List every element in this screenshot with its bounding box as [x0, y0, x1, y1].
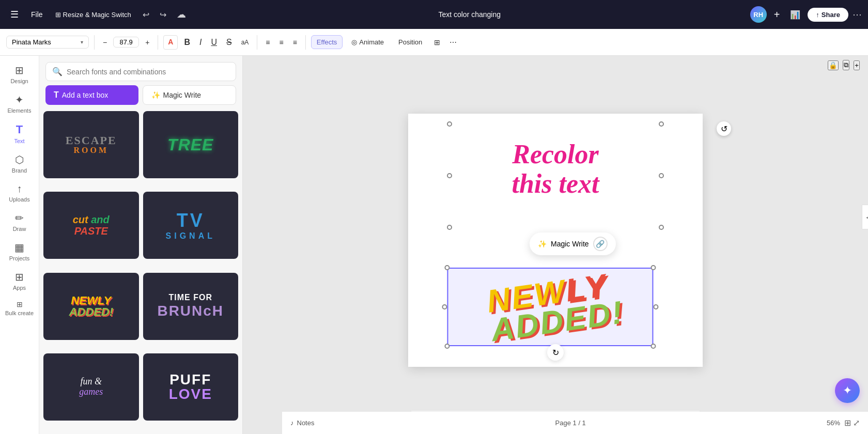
add-text-label: Add a text box	[62, 91, 109, 99]
newly-handle-br[interactable]	[651, 344, 656, 349]
font-card-tree[interactable]: TREE	[143, 111, 239, 178]
underline-button[interactable]: U	[208, 36, 220, 49]
selection-handle-tl[interactable]	[447, 121, 452, 127]
time-for-text: TIME FOR	[157, 292, 224, 302]
strikethrough-button[interactable]: S	[223, 36, 235, 49]
avatar-button[interactable]: RH	[750, 6, 767, 23]
notes-button[interactable]: ♪ Notes	[290, 419, 314, 427]
puff-text: PUFF	[169, 373, 212, 387]
selection-handle-bl[interactable]	[447, 225, 452, 230]
undo-button[interactable]: ↩	[140, 8, 152, 22]
font-card-puff-love[interactable]: PUFF LOVE	[143, 353, 239, 421]
newly-handle-mr[interactable]	[654, 304, 659, 309]
font-size-input[interactable]	[116, 38, 136, 46]
newly-added-block[interactable]: NEWLY ADDED!	[488, 278, 622, 336]
font-size-increase-button[interactable]: +	[142, 36, 152, 49]
sidebar-item-brand-label: Brand	[12, 167, 27, 174]
font-card-newly-added[interactable]: NEWLY ADDED!	[43, 273, 139, 340]
font-selector[interactable]: Pinata Marks ▾	[6, 36, 89, 49]
selection-handle-tr[interactable]	[659, 121, 664, 127]
room-text: ROOM	[66, 146, 117, 154]
projects-icon: ▦	[14, 241, 24, 254]
duplicate-button[interactable]: ⧉	[843, 60, 849, 70]
sidebar-item-apps-label: Apps	[13, 285, 26, 291]
left-panel: 🔍 T Add a text box ✨ Magic Write ESCAPE …	[39, 56, 243, 434]
font-card-fun-games[interactable]: fun & games	[43, 353, 139, 421]
newly-handle-bl[interactable]	[444, 344, 450, 349]
mosaic-button[interactable]: ⊞	[431, 36, 443, 49]
position-label: Position	[398, 38, 422, 46]
resize-magic-switch-button[interactable]: ⊞ Resize & Magic Switch	[51, 9, 135, 21]
sidebar-item-brand[interactable]: ⬡ Brand	[2, 149, 37, 178]
search-box: 🔍	[45, 62, 236, 81]
font-card-cut-paste[interactable]: cut and PASTE	[43, 192, 139, 259]
sidebar-item-bulk-create[interactable]: ⊞ Bulk create	[2, 296, 37, 320]
more-format-button[interactable]: ⋯	[446, 36, 460, 49]
added-card-text: ADDED!	[69, 306, 113, 318]
sidebar-item-design[interactable]: ⊞ Design	[2, 60, 37, 88]
stats-button[interactable]: 📊	[787, 8, 803, 22]
align-left-button[interactable]: ≡	[262, 36, 273, 49]
newly-handle-ml[interactable]	[442, 304, 447, 309]
font-name: Pinata Marks	[12, 38, 51, 46]
grid-view-button[interactable]: ⊞	[844, 418, 851, 428]
rotate-handle[interactable]: ↺	[717, 121, 731, 136]
position-button[interactable]: Position	[393, 35, 428, 49]
newly-handle-tr[interactable]	[651, 265, 656, 270]
hamburger-button[interactable]: ☰	[6, 7, 23, 22]
share-button[interactable]: ↑ Share	[808, 8, 848, 22]
separator-2	[158, 35, 158, 50]
sidebar-item-apps[interactable]: ⊞ Apps	[2, 267, 37, 295]
fun-games-card-text: fun & games	[79, 377, 103, 397]
zoom-info: 56% ⊞ ⤢	[827, 418, 860, 428]
selection-handle-mr[interactable]	[659, 173, 664, 178]
canvas[interactable]: Recolor this text ✨ Magic Write 🔗	[408, 114, 703, 367]
bold-button[interactable]: B	[181, 36, 193, 49]
text-color-button[interactable]: A	[163, 35, 178, 50]
font-size-decrease-button[interactable]: −	[100, 36, 110, 49]
case-button[interactable]: aA	[238, 37, 252, 48]
add-collaborator-button[interactable]: +	[771, 8, 783, 22]
align-center-button[interactable]: ≡	[276, 36, 286, 49]
font-card-tv-signal[interactable]: TV SIGNAL	[143, 192, 239, 259]
more-options-button[interactable]: ⋯	[853, 9, 862, 20]
font-card-brunch[interactable]: TIME FOR BRUNcH	[143, 273, 239, 340]
canvas-refresh-button[interactable]: ↻	[547, 344, 564, 361]
sidebar-item-projects[interactable]: ▦ Projects	[2, 237, 37, 266]
zoom-level: 56%	[827, 419, 840, 427]
format-toolbar: Pinata Marks ▾ − + A B I U S aA ≡ ≡ ≡ Ef…	[0, 29, 868, 56]
selection-handle-ml[interactable]	[447, 173, 452, 178]
brunch-card-text: TIME FOR BRUNcH	[157, 292, 224, 320]
action-buttons: T Add a text box ✨ Magic Write	[39, 85, 242, 111]
align-right-button[interactable]: ≡	[290, 36, 300, 49]
magic-write-button[interactable]: ✨ Magic Write	[143, 85, 237, 105]
cloud-save-button[interactable]: ☁	[174, 7, 189, 22]
magic-sparkle-button[interactable]: ✦	[835, 378, 860, 403]
link-icon[interactable]: 🔗	[593, 237, 608, 251]
newly-added-rotated: NEWLY ADDED!	[485, 269, 626, 345]
add-text-box-button[interactable]: T Add a text box	[45, 85, 138, 105]
sidebar-item-elements[interactable]: ✦ Elements	[2, 89, 37, 118]
lock-button[interactable]: 🔒	[828, 60, 839, 70]
canvas-add-button[interactable]: +	[854, 60, 860, 70]
selection-handle-br[interactable]	[659, 225, 664, 230]
design-icon: ⊞	[15, 64, 24, 76]
italic-button[interactable]: I	[196, 36, 205, 49]
animate-button[interactable]: ◎ Animate	[346, 35, 390, 49]
resize-label: Resize & Magic Switch	[63, 11, 131, 19]
sidebar-item-uploads[interactable]: ↑ Uploads	[2, 179, 37, 207]
font-size-area	[113, 37, 139, 48]
redo-button[interactable]: ↪	[157, 8, 169, 22]
file-button[interactable]: File	[27, 8, 47, 21]
font-card-escape-room[interactable]: ESCAPE ROOM	[43, 111, 139, 178]
search-input[interactable]	[67, 68, 229, 76]
uploads-icon: ↑	[17, 183, 22, 195]
sidebar-item-draw[interactable]: ✏ Draw	[2, 208, 37, 236]
sidebar-item-text[interactable]: T Text	[2, 119, 37, 148]
magic-write-icon: ✨	[151, 91, 160, 99]
sidebar-item-bulk-create-label: Bulk create	[5, 310, 34, 316]
newly-handle-tl[interactable]	[444, 265, 450, 270]
effects-button[interactable]: Effects	[311, 35, 343, 49]
brand-icon: ⬡	[15, 153, 24, 166]
expand-button[interactable]: ⤢	[853, 418, 860, 428]
